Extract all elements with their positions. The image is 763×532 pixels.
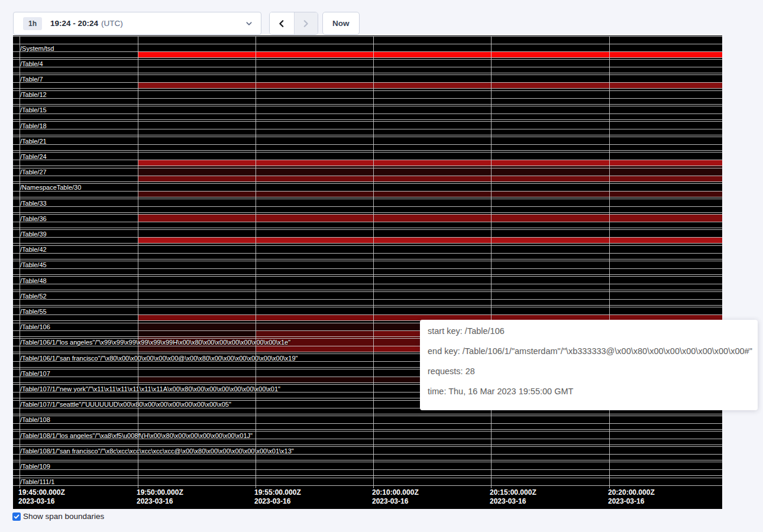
- row-label: /NamespaceTable/30: [20, 184, 81, 191]
- heat-band[interactable]: [138, 160, 722, 166]
- span-boundary-line: [13, 129, 722, 129]
- check-icon: [14, 514, 20, 520]
- tick-date: 2023-03-16: [254, 497, 301, 506]
- time-axis-tick: 19:45:00.000Z2023-03-16: [18, 488, 65, 506]
- row-label: /Table/21: [20, 138, 47, 145]
- span-boundary-line: [13, 73, 722, 73]
- span-boundary-line: [13, 460, 722, 460]
- heat-band[interactable]: [138, 82, 722, 88]
- span-boundary-line: [13, 197, 722, 197]
- span-boundary-line: [13, 191, 722, 192]
- now-button[interactable]: Now: [322, 12, 360, 35]
- span-boundary-line: [13, 144, 722, 145]
- span-boundary-line: [13, 104, 722, 105]
- heat-band[interactable]: [256, 330, 373, 336]
- show-span-boundaries-control[interactable]: Show span boundaries: [12, 512, 104, 521]
- span-boundary-line: [13, 183, 722, 184]
- span-boundary-line: [13, 445, 722, 445]
- span-boundary-line: [13, 469, 722, 470]
- tick-date: 2023-03-16: [137, 497, 183, 506]
- tooltip-requests: requests: 28: [428, 367, 758, 376]
- row-label: /Table/24: [20, 153, 47, 160]
- show-span-boundaries-checkbox[interactable]: [12, 512, 21, 521]
- row-label: /Table/108/1/"los angeles"/"\xa8\xf5\u00…: [20, 432, 253, 439]
- row-label: /Table/106/1/"san francisco"/"\x80\x00\x…: [20, 355, 298, 362]
- span-boundary-line: [13, 291, 722, 292]
- span-boundary-line: [13, 478, 722, 478]
- time-nav-group: [269, 12, 318, 35]
- span-boundary-line: [13, 57, 722, 58]
- span-boundary-line: [13, 150, 722, 151]
- span-boundary-line: [13, 423, 722, 424]
- heat-band[interactable]: [138, 330, 256, 336]
- span-boundary-line: [13, 416, 722, 416]
- span-boundary-line: [13, 299, 722, 300]
- tick-date: 2023-03-16: [18, 497, 65, 506]
- row-label: /Table/12: [20, 91, 47, 98]
- chevron-down-icon: [245, 20, 253, 27]
- row-label: /Table/108/1/"san francisco"/"\x8c\xcc\x…: [20, 447, 294, 455]
- row-label: /Table/45: [20, 261, 47, 268]
- heat-band[interactable]: [138, 346, 256, 352]
- hover-tooltip: start key: /Table/106 end key: /Table/10…: [420, 320, 758, 410]
- row-label: /System/tsd: [20, 45, 54, 52]
- span-boundary-line: [13, 106, 722, 106]
- next-interval-button[interactable]: [294, 12, 318, 34]
- span-boundary-line: [13, 160, 722, 160]
- row-label: /Table/36: [20, 215, 47, 222]
- heat-band[interactable]: [138, 237, 722, 243]
- row-label: /Table/106: [20, 323, 50, 330]
- row-label: /Table/52: [20, 293, 47, 300]
- row-label: /Table/39: [20, 231, 47, 238]
- range-text: 19:24 - 20:24: [50, 19, 98, 28]
- previous-interval-button[interactable]: [270, 12, 294, 34]
- span-boundary-line: [13, 314, 722, 315]
- time-bucket-line: [491, 36, 492, 488]
- span-boundary-line: [13, 181, 722, 182]
- span-boundary-line: [13, 462, 722, 462]
- tick-date: 2023-03-16: [372, 497, 419, 506]
- span-boundary-line: [13, 222, 722, 222]
- span-boundary-line: [13, 121, 722, 122]
- span-boundary-line: [13, 166, 722, 166]
- time-bucket-line: [256, 36, 256, 488]
- heat-band[interactable]: [138, 215, 722, 222]
- heat-band[interactable]: [138, 51, 722, 57]
- tooltip-end-key: end key: /Table/106/1/"amsterdam"/"\xb33…: [428, 347, 758, 356]
- span-boundary-line: [13, 229, 722, 230]
- span-boundary-line: [13, 168, 722, 168]
- show-span-boundaries-label: Show span boundaries: [23, 512, 104, 521]
- row-label: /Table/7: [20, 76, 43, 83]
- span-boundary-line: [13, 261, 722, 261]
- span-boundary-line: [13, 44, 722, 44]
- span-boundary-line: [13, 414, 722, 414]
- key-visualizer-canvas[interactable]: /System/tsd/Table/4/Table/7/Table/12/Tab…: [13, 35, 722, 509]
- key-visualizer-page: 1h 19:24 - 20:24 (UTC) Now /System/tsd/T…: [0, 0, 763, 532]
- heat-band[interactable]: [138, 176, 722, 181]
- span-boundary-line: [13, 284, 722, 284]
- row-label: /Table/55: [20, 308, 47, 315]
- time-axis-tick: 19:55:00.000Z2023-03-16: [254, 488, 301, 506]
- span-boundary-line: [13, 268, 722, 269]
- row-label: /Table/108: [20, 416, 50, 423]
- heat-band[interactable]: [138, 168, 722, 176]
- span-boundary-line: [13, 206, 722, 207]
- span-boundary-line: [13, 137, 722, 137]
- tooltip-time: time: Thu, 16 Mar 2023 19:55:00 GMT: [428, 387, 758, 396]
- time-bucket-line: [138, 36, 138, 488]
- time-range-picker[interactable]: 1h 19:24 - 20:24 (UTC): [13, 12, 261, 35]
- heat-band[interactable]: [256, 346, 373, 352]
- time-bucket-line: [373, 36, 374, 488]
- span-boundary-line: [13, 475, 722, 476]
- span-boundary-line: [13, 243, 722, 244]
- row-label: /Table/15: [20, 106, 47, 113]
- range-timezone: (UTC): [101, 19, 123, 28]
- row-label: /Table/107/1/"new york"/"\x11\x11\x11\x1…: [20, 385, 280, 392]
- span-boundary-line: [13, 274, 722, 275]
- span-boundary-line: [13, 176, 722, 176]
- span-boundary-line: [13, 290, 722, 290]
- span-boundary-line: [13, 429, 722, 430]
- time-bucket-line: [609, 36, 610, 488]
- span-boundary-line: [13, 67, 722, 67]
- heat-band[interactable]: [138, 191, 722, 197]
